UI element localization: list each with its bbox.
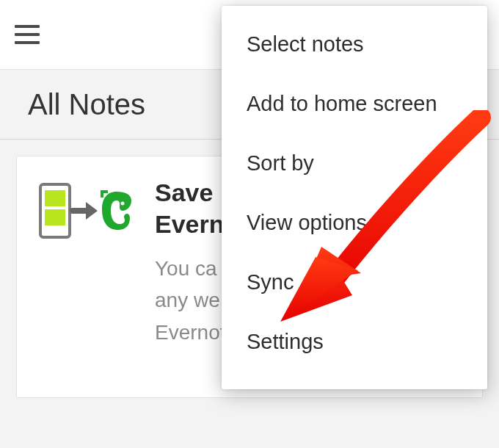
menu-item-add-home[interactable]: Add to home screen (222, 74, 487, 134)
menu-item-settings[interactable]: Settings (222, 312, 487, 372)
promo-card-body: You ca any we Evernot (155, 253, 226, 348)
svg-rect-2 (45, 209, 65, 225)
menu-item-sort-by[interactable]: Sort by (222, 134, 487, 193)
page-title: All Notes (28, 88, 145, 121)
svg-rect-1 (45, 190, 65, 206)
overflow-menu: Select notes Add to home screen Sort by … (222, 6, 487, 389)
svg-point-3 (121, 202, 125, 206)
menu-icon[interactable] (15, 19, 45, 50)
menu-item-view-options[interactable]: View options (222, 193, 487, 253)
promo-card-title: Save Evern (155, 177, 226, 239)
phone-to-evernote-icon (39, 177, 134, 353)
menu-item-select-notes[interactable]: Select notes (222, 15, 487, 74)
promo-card-text: Save Evern You ca any we Evernot (155, 177, 226, 353)
menu-item-sync[interactable]: Sync (222, 253, 487, 312)
